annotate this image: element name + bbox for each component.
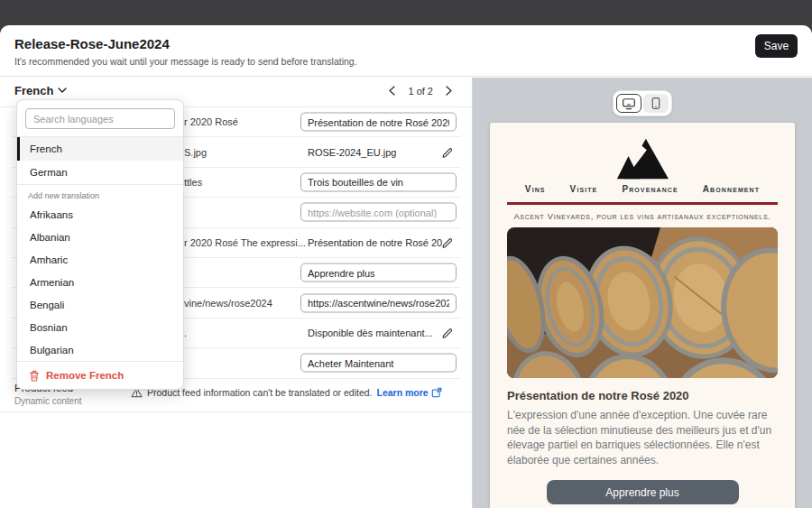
- pagination-label: 1 of 2: [408, 86, 433, 97]
- language-search-input[interactable]: [25, 108, 175, 129]
- page-sheet: Release-Rose-June2024 It's recommended y…: [0, 25, 812, 508]
- email-cta-button: Apprendre plus: [547, 480, 739, 504]
- translation-input[interactable]: [300, 203, 457, 222]
- page-header: Release-Rose-June2024 It's recommended y…: [0, 25, 812, 77]
- page-title: Release-Rose-June2024: [14, 36, 170, 51]
- original-text: r 2020 Rosé: [184, 116, 238, 127]
- remove-french-button[interactable]: Remove French: [17, 362, 183, 389]
- language-dropdown: French German Add new translation Afrika…: [16, 99, 184, 390]
- language-item-bosnian[interactable]: Bosnian: [17, 316, 183, 338]
- remove-french-label: Remove French: [46, 370, 124, 381]
- page-subtitle: It's recommended you wait until your mes…: [14, 56, 357, 67]
- pencil-icon[interactable]: [441, 146, 454, 159]
- translation-input[interactable]: [300, 263, 457, 282]
- brand-logo-mountain-icon: [616, 138, 669, 180]
- save-button[interactable]: Save: [755, 34, 798, 58]
- translation-input[interactable]: [300, 354, 457, 373]
- add-new-translation-label: Add new translation: [17, 185, 183, 203]
- preview-device-toggle: [613, 90, 672, 116]
- mobile-icon: [651, 97, 660, 110]
- email-divider-rule: [507, 202, 778, 205]
- translation-text: ROSE-2024_EU.jpg: [308, 147, 396, 158]
- language-selector-trigger[interactable]: French: [14, 84, 67, 97]
- preview-panel: Vins Visite Provenance Abonnement Ascent…: [473, 78, 812, 508]
- email-preview-card: Vins Visite Provenance Abonnement Ascent…: [490, 123, 795, 508]
- translation-input[interactable]: [300, 113, 457, 132]
- language-item-bengali[interactable]: Bengali: [17, 293, 183, 316]
- language-item-bulgarian[interactable]: Bulgarian: [17, 338, 183, 361]
- trash-icon: [29, 370, 40, 382]
- original-text: r 2020 Rosé The expressi...: [184, 237, 306, 248]
- email-nav-item: Provenance: [622, 184, 678, 194]
- translation-input[interactable]: [300, 172, 457, 191]
- language-item-albanian[interactable]: Albanian: [17, 226, 183, 248]
- mobile-view-button[interactable]: [643, 94, 669, 113]
- email-section-body: L'expression d'une année d'exception. Un…: [507, 408, 778, 467]
- external-link-icon: [431, 387, 442, 398]
- language-selector-label: French: [14, 84, 53, 97]
- chevron-right-icon[interactable]: [444, 84, 454, 97]
- email-tagline: Ascent Vineyards, pour les vins artisana…: [507, 212, 778, 221]
- email-nav-item: Vins: [525, 184, 546, 194]
- original-text: S.jpg: [184, 147, 207, 158]
- learn-more-link[interactable]: Learn more: [377, 387, 442, 398]
- email-nav: Vins Visite Provenance Abonnement: [507, 184, 778, 194]
- desktop-icon: [622, 97, 636, 110]
- language-item-armenian[interactable]: Armenian: [17, 271, 183, 293]
- language-item-amharic[interactable]: Amharic: [17, 248, 183, 271]
- language-item-afrikaans[interactable]: Afrikaans: [17, 203, 183, 226]
- language-item-german[interactable]: German: [17, 161, 183, 184]
- language-item-french[interactable]: French: [17, 137, 183, 161]
- desktop-view-button[interactable]: [616, 94, 641, 113]
- email-section-heading: Présentation de notre Rosé 2020: [507, 389, 778, 402]
- translation-text: Disponible dès maintenant...: [308, 328, 433, 338]
- original-text: ttles: [184, 177, 202, 188]
- chevron-down-icon: [58, 88, 67, 94]
- translation-input[interactable]: [300, 293, 457, 312]
- product-feed-subtitle: Dynamic content: [14, 396, 81, 406]
- chevron-left-icon[interactable]: [387, 84, 397, 97]
- wine-barrels-image: [507, 227, 778, 378]
- email-nav-item: Visite: [570, 184, 598, 194]
- original-text: .: [184, 328, 187, 338]
- pencil-icon[interactable]: [441, 327, 454, 339]
- translation-text: Présentation de notre Rosé 2020 L'...: [308, 237, 443, 248]
- pagination: 1 of 2: [387, 84, 454, 97]
- email-nav-item: Abonnement: [703, 184, 760, 194]
- pencil-icon[interactable]: [441, 236, 454, 249]
- original-text: vine/news/rose2024: [184, 298, 272, 309]
